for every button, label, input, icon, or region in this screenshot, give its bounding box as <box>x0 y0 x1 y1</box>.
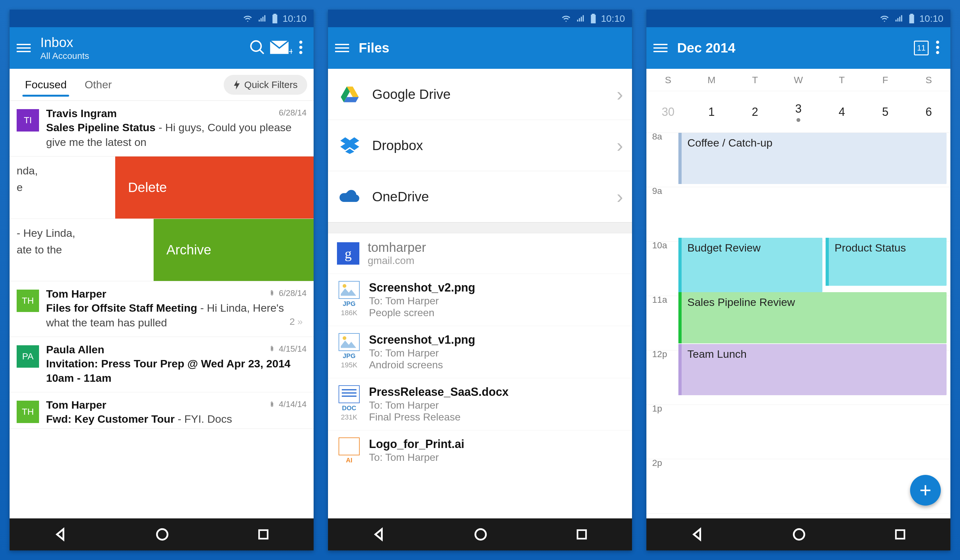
signal-icon <box>894 14 904 23</box>
dropbox-icon <box>337 137 363 154</box>
files-screen: 10:10 Files Google Drive › Dropbox › One… <box>328 10 632 550</box>
account-domain: gmail.com <box>368 255 426 267</box>
add-event-fab[interactable]: + <box>910 475 941 506</box>
date-cell[interactable]: 4 <box>820 91 864 133</box>
svg-point-2 <box>299 46 302 49</box>
svg-point-1 <box>299 41 302 44</box>
calendar-event[interactable]: Budget Review <box>678 238 822 292</box>
date-grid: S M T W T F S 30 1 2 3 4 5 6 <box>646 69 950 133</box>
menu-button[interactable] <box>335 42 349 54</box>
event-title: Coffee / Catch-up <box>687 137 773 149</box>
email-item[interactable]: TH Tom Harper Files for Offsite Staff Me… <box>10 281 314 337</box>
svg-rect-9 <box>578 530 586 539</box>
tab-focused[interactable]: Focused <box>16 69 75 101</box>
email-swipe-delete[interactable]: nda, e 6/28/14 Delete <box>10 157 314 219</box>
svg-rect-5 <box>259 530 268 539</box>
email-sender: Paula Allen <box>46 343 307 356</box>
file-item[interactable]: DOC 231K PressRelease_SaaS.docx To: Tom … <box>328 378 632 430</box>
agenda[interactable]: 8a9a10a11a12p1p2pCoffee / Catch-upBudget… <box>646 133 950 518</box>
email-date: 6/28/14 <box>279 288 307 298</box>
svg-point-3 <box>299 51 302 54</box>
home-button[interactable] <box>155 527 169 541</box>
back-button[interactable] <box>372 527 386 541</box>
back-button[interactable] <box>53 527 67 541</box>
date-cell-selected[interactable]: 3 <box>777 91 820 133</box>
email-subject: Invitation: Press Tour Prep @ Wed Apr 23… <box>46 357 291 384</box>
event-stripe <box>678 133 682 184</box>
today-button[interactable]: 11 <box>914 41 932 55</box>
chevron-icon: › <box>617 186 623 208</box>
source-onedrive[interactable]: OneDrive › <box>328 171 632 222</box>
home-button[interactable] <box>792 527 806 541</box>
google-icon: g <box>337 242 359 265</box>
date-cell[interactable]: 1 <box>690 91 733 133</box>
page-subtitle: All Accounts <box>40 51 248 61</box>
email-subject: Fwd: Key Customer Tour <box>46 413 175 425</box>
calendar-event[interactable]: Product Status <box>826 238 947 286</box>
svg-point-6 <box>343 284 347 288</box>
email-item[interactable]: TI Travis Ingram Sales Pipeline Status -… <box>10 101 314 157</box>
quick-filters-button[interactable]: Quick Filters <box>224 75 307 95</box>
account-row[interactable]: g tomharper gmail.com <box>328 233 632 274</box>
calendar-event[interactable]: Team Lunch <box>678 344 947 395</box>
email-date: 4/15/14 <box>279 344 307 354</box>
source-dropbox[interactable]: Dropbox › <box>328 120 632 171</box>
nav-bar <box>10 518 314 550</box>
file-desc: Final Press Release <box>369 411 623 423</box>
svg-point-4 <box>157 529 168 540</box>
file-item[interactable]: JPG 186K Screenshot_v2.png To: Tom Harpe… <box>328 274 632 326</box>
event-stripe <box>678 238 682 292</box>
menu-button[interactable] <box>653 42 667 54</box>
calendar-event[interactable]: Coffee / Catch-up <box>678 133 947 184</box>
email-swipe-archive[interactable]: - Hey Linda, ate to the 6/28/14 Archive <box>10 219 314 281</box>
date-cell[interactable]: 6 <box>907 91 950 133</box>
recents-button[interactable] <box>257 528 270 541</box>
file-desc: Android screens <box>369 359 623 371</box>
compose-button[interactable]: + <box>266 39 295 57</box>
back-button[interactable] <box>690 527 704 541</box>
home-button[interactable] <box>474 527 488 541</box>
overflow-button[interactable] <box>932 41 943 55</box>
date-cell[interactable]: 2 <box>733 91 777 133</box>
file-item[interactable]: AI Logo_for_Print.ai To: Tom Harper <box>328 430 632 465</box>
delete-action[interactable]: Delete <box>115 157 314 219</box>
dow: M <box>690 75 733 85</box>
gdrive-icon <box>337 86 363 102</box>
recents-button[interactable] <box>894 528 907 541</box>
tab-other[interactable]: Other <box>75 69 121 101</box>
avatar: TI <box>17 109 39 131</box>
dow: W <box>777 75 820 85</box>
file-thumb: JPG 195K <box>337 333 361 369</box>
email-sender: Tom Harper <box>46 288 307 300</box>
recents-button[interactable] <box>575 528 588 541</box>
quick-filters-label: Quick Filters <box>244 79 298 90</box>
search-button[interactable] <box>248 40 266 56</box>
file-thumb: DOC 231K <box>337 385 361 421</box>
email-subject: Sales Pipeline Status <box>46 121 155 133</box>
avatar: TH <box>17 401 39 423</box>
app-bar: Inbox All Accounts + <box>10 27 314 69</box>
email-date: 4/14/14 <box>279 399 307 409</box>
wifi-icon <box>879 14 890 23</box>
wifi-icon <box>242 14 253 23</box>
date-cell[interactable]: 5 <box>864 91 907 133</box>
email-date: 6/28/14 <box>279 108 307 118</box>
event-stripe <box>826 238 829 286</box>
chevron-icon: › <box>617 83 623 105</box>
battery-icon <box>909 14 915 23</box>
source-gdrive[interactable]: Google Drive › <box>328 69 632 120</box>
calendar-event[interactable]: Sales Pipeline Review <box>678 292 947 343</box>
email-item[interactable]: PA Paula Allen Invitation: Press Tour Pr… <box>10 337 314 393</box>
svg-point-10 <box>936 41 939 44</box>
date-cell[interactable]: 30 <box>646 91 690 133</box>
svg-point-7 <box>343 336 347 340</box>
menu-button[interactable] <box>17 42 31 54</box>
overflow-button[interactable] <box>295 41 307 55</box>
file-item[interactable]: JPG 195K Screenshot_v1.png To: Tom Harpe… <box>328 326 632 378</box>
archive-action[interactable]: Archive <box>154 219 314 281</box>
app-bar: Dec 2014 11 <box>646 27 950 69</box>
dow: S <box>907 75 950 85</box>
nav-bar <box>328 518 632 550</box>
email-item[interactable]: TH Tom Harper Fwd: Key Customer Tour - F… <box>10 392 314 429</box>
attachment-icon <box>269 400 275 409</box>
